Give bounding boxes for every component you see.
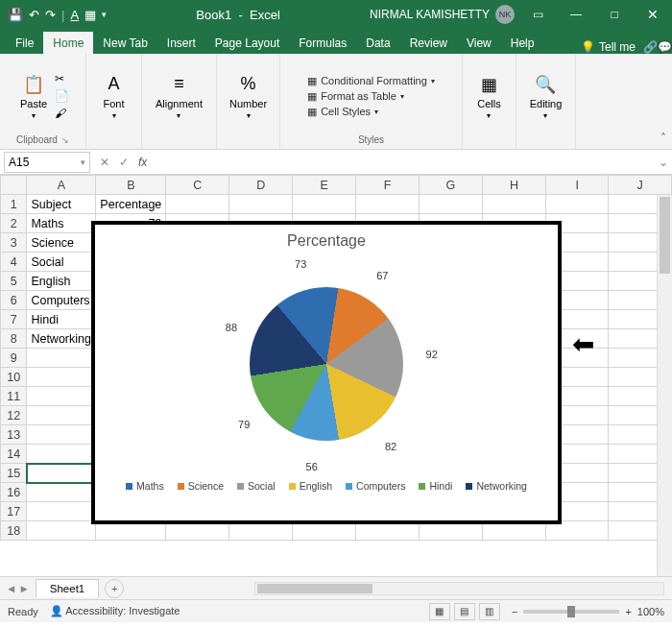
worksheet-grid[interactable]: ABCDEFGHIJ1SubjectPercentage2Maths733Sci… bbox=[0, 175, 672, 576]
column-header[interactable]: H bbox=[482, 176, 545, 195]
row-header[interactable]: 10 bbox=[1, 368, 27, 387]
redo-icon[interactable]: ↷ bbox=[45, 8, 56, 22]
row-header[interactable]: 1 bbox=[1, 195, 27, 214]
column-header[interactable]: D bbox=[229, 176, 293, 195]
collapse-ribbon-icon[interactable]: ˄ bbox=[660, 132, 666, 145]
legend-item[interactable]: Computers bbox=[346, 480, 405, 492]
tab-file[interactable]: File bbox=[6, 32, 43, 54]
page-break-view-button[interactable]: ▥ bbox=[479, 603, 500, 620]
tab-home[interactable]: Home bbox=[43, 32, 93, 54]
cancel-formula-icon[interactable]: ✕ bbox=[100, 156, 109, 169]
cell[interactable] bbox=[27, 387, 96, 406]
cell[interactable] bbox=[27, 464, 96, 483]
zoom-in-button[interactable]: + bbox=[625, 606, 631, 617]
cell[interactable] bbox=[27, 445, 96, 464]
row-header[interactable]: 9 bbox=[1, 349, 27, 368]
add-sheet-button[interactable]: + bbox=[105, 579, 124, 598]
cell[interactable] bbox=[545, 195, 608, 214]
cells-group[interactable]: ▦Cells▾ bbox=[473, 71, 504, 122]
cell[interactable] bbox=[27, 521, 96, 541]
chart-plot-area[interactable]: 73679282567988 bbox=[95, 254, 558, 474]
tab-help[interactable]: Help bbox=[501, 32, 544, 54]
user-avatar[interactable]: NK bbox=[495, 5, 515, 24]
cell[interactable]: Hindi bbox=[27, 310, 96, 329]
tab-review[interactable]: Review bbox=[400, 32, 457, 54]
column-header[interactable]: C bbox=[166, 176, 229, 195]
sheet-nav-prev-icon[interactable]: ◄ bbox=[6, 583, 16, 594]
tab-view[interactable]: View bbox=[457, 32, 501, 54]
row-header[interactable]: 16 bbox=[1, 483, 27, 502]
legend-item[interactable]: Social bbox=[237, 480, 276, 492]
column-header[interactable]: J bbox=[609, 176, 672, 195]
cell[interactable]: Percentage bbox=[96, 195, 166, 214]
row-header[interactable]: 2 bbox=[1, 214, 27, 233]
cell[interactable] bbox=[27, 425, 96, 445]
row-header[interactable]: 8 bbox=[1, 329, 27, 349]
cut-icon[interactable]: ✂ bbox=[55, 72, 69, 85]
row-header[interactable]: 5 bbox=[1, 272, 27, 291]
column-header[interactable]: A bbox=[27, 176, 96, 195]
cell[interactable] bbox=[293, 195, 356, 214]
cell[interactable] bbox=[27, 368, 96, 387]
dialog-launcher-icon[interactable]: ↘ bbox=[61, 135, 69, 145]
legend-item[interactable]: Networking bbox=[466, 480, 527, 492]
copy-icon[interactable]: 📄 bbox=[55, 89, 69, 103]
enter-formula-icon[interactable]: ✓ bbox=[119, 156, 129, 169]
row-header[interactable]: 12 bbox=[1, 406, 27, 425]
zoom-level[interactable]: 100% bbox=[637, 606, 664, 617]
fx-icon[interactable]: fx bbox=[138, 156, 153, 169]
pie-chart[interactable] bbox=[250, 287, 403, 441]
row-header[interactable]: 15 bbox=[1, 464, 27, 483]
cell[interactable]: Networking bbox=[27, 329, 96, 349]
cell[interactable] bbox=[27, 349, 96, 368]
maximize-button[interactable]: □ bbox=[595, 0, 634, 29]
select-all-cell[interactable] bbox=[1, 176, 27, 195]
close-button[interactable]: ✕ bbox=[634, 0, 672, 29]
row-header[interactable]: 11 bbox=[1, 387, 27, 406]
alignment-group[interactable]: ≡Alignment▾ bbox=[152, 71, 206, 122]
legend-item[interactable]: Maths bbox=[126, 480, 164, 492]
cell-styles-button[interactable]: ▦Cell Styles ▾ bbox=[307, 106, 378, 118]
row-header[interactable]: 4 bbox=[1, 253, 27, 272]
sheet-tab[interactable]: Sheet1 bbox=[36, 579, 99, 597]
formula-input[interactable] bbox=[153, 152, 655, 173]
tab-data[interactable]: Data bbox=[356, 32, 399, 54]
name-box[interactable]: A15 ▾ bbox=[4, 152, 90, 173]
font-color-icon[interactable]: A bbox=[70, 8, 79, 22]
save-icon[interactable]: 💾 bbox=[8, 8, 23, 22]
zoom-out-button[interactable]: − bbox=[512, 606, 517, 617]
font-group[interactable]: AFont▾ bbox=[99, 71, 130, 122]
tab-page-layout[interactable]: Page Layout bbox=[205, 32, 289, 54]
row-header[interactable]: 17 bbox=[1, 502, 27, 521]
fill-color-icon[interactable]: ▦ bbox=[84, 8, 96, 22]
column-header[interactable]: G bbox=[419, 176, 482, 195]
user-area[interactable]: NIRMAL KAMISHETTY NK bbox=[370, 5, 518, 24]
legend-item[interactable]: English bbox=[289, 480, 332, 492]
horizontal-scrollbar[interactable] bbox=[254, 582, 664, 595]
column-header[interactable]: E bbox=[293, 176, 356, 195]
zoom-slider[interactable] bbox=[523, 610, 619, 614]
tab-insert[interactable]: Insert bbox=[157, 32, 205, 54]
page-layout-view-button[interactable]: ▤ bbox=[454, 603, 475, 620]
share-icon[interactable]: 🔗 bbox=[643, 40, 658, 54]
row-header[interactable]: 6 bbox=[1, 291, 27, 310]
cell[interactable] bbox=[27, 483, 96, 502]
cell[interactable] bbox=[27, 502, 96, 521]
vertical-scrollbar[interactable] bbox=[657, 195, 672, 576]
accessibility-check[interactable]: 👤 Accessibility: Investigate bbox=[50, 605, 180, 617]
tell-me[interactable]: 💡 Tell me bbox=[573, 40, 643, 54]
row-header[interactable]: 13 bbox=[1, 425, 27, 445]
number-group[interactable]: %Number▾ bbox=[226, 71, 271, 122]
row-header[interactable]: 14 bbox=[1, 445, 27, 464]
row-header[interactable]: 7 bbox=[1, 310, 27, 329]
row-header[interactable]: 3 bbox=[1, 233, 27, 253]
format-as-table-button[interactable]: ▦Format as Table ▾ bbox=[307, 90, 404, 103]
format-painter-icon[interactable]: 🖌 bbox=[55, 107, 69, 120]
tab-new-tab[interactable]: New Tab bbox=[93, 32, 156, 54]
column-header[interactable]: I bbox=[545, 176, 608, 195]
comments-icon[interactable]: 💬 bbox=[658, 40, 672, 54]
ribbon-display-icon[interactable]: ▭ bbox=[518, 0, 557, 29]
expand-formula-bar-icon[interactable]: ⌄ bbox=[655, 156, 672, 169]
conditional-formatting-button[interactable]: ▦Conditional Formatting ▾ bbox=[307, 75, 435, 87]
cell[interactable]: Science bbox=[27, 233, 96, 253]
